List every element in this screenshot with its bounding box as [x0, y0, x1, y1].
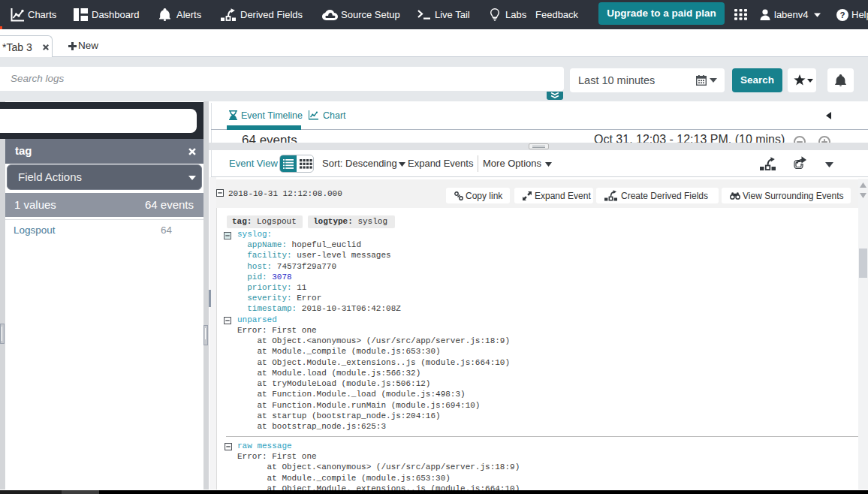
svg-text:?: ? [839, 11, 845, 20]
